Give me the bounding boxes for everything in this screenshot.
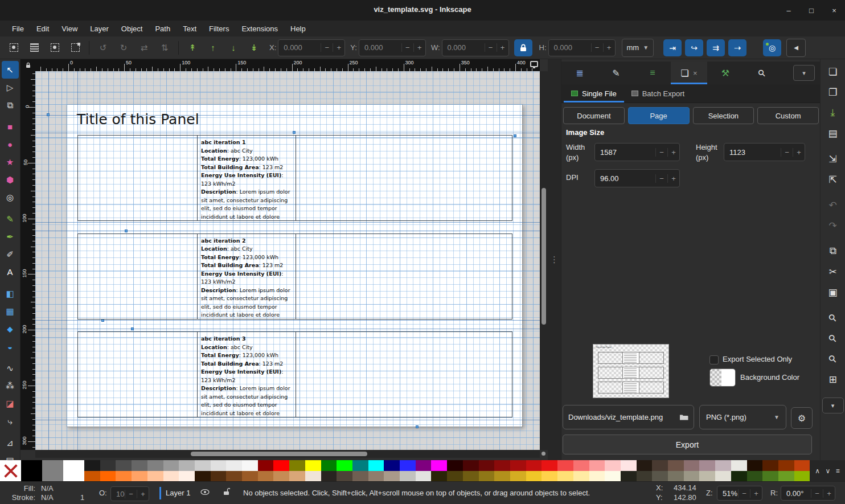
- palette-swatch[interactable]: [211, 460, 227, 471]
- duplicate-button[interactable]: ⧉: [822, 241, 844, 261]
- save-document-button[interactable]: ⤓: [822, 103, 844, 123]
- palette-swatch[interactable]: [794, 460, 810, 471]
- palette-swatch[interactable]: [195, 460, 211, 471]
- redo-button[interactable]: ↷: [822, 215, 844, 236]
- menu-path[interactable]: Path: [149, 22, 177, 35]
- guide-horizontal[interactable]: [35, 420, 540, 420]
- menu-view[interactable]: View: [55, 22, 84, 35]
- stroke-value[interactable]: N/A: [41, 493, 54, 502]
- menu-extensions[interactable]: Extensions: [235, 22, 284, 35]
- tool-connector[interactable]: ⤷: [2, 412, 19, 430]
- x-spinbox[interactable]: 0.000−+: [278, 39, 345, 56]
- palette-swatch[interactable]: [289, 460, 305, 471]
- palette-swatch[interactable]: [542, 471, 557, 482]
- fill-value[interactable]: N/A: [41, 484, 54, 493]
- palette-scroll-down-icon[interactable]: ∨: [825, 467, 830, 475]
- cut-button[interactable]: ✂: [822, 261, 844, 282]
- palette-swatch[interactable]: [352, 471, 368, 482]
- spin-plus-button[interactable]: +: [667, 174, 679, 183]
- spin-plus-button[interactable]: +: [750, 489, 762, 498]
- area-page-button[interactable]: Page: [628, 107, 690, 124]
- palette-swatch[interactable]: [699, 471, 715, 482]
- tool-rectangle[interactable]: ■: [2, 118, 19, 136]
- paste-button[interactable]: ▣: [822, 282, 844, 302]
- palette-swatch[interactable]: [731, 471, 747, 482]
- guide-horizontal[interactable]: [35, 329, 540, 329]
- spin-plus-button[interactable]: +: [793, 148, 805, 157]
- scale-stroke-toggle[interactable]: ⇥: [663, 39, 682, 56]
- palette-swatch[interactable]: [21, 460, 42, 481]
- export-dialog-tab[interactable]: ❏×: [671, 62, 707, 84]
- palette-swatch[interactable]: [321, 460, 337, 471]
- guide-horizontal[interactable]: [35, 133, 540, 133]
- palette-swatch[interactable]: [132, 460, 147, 471]
- palette-swatch[interactable]: [384, 471, 400, 482]
- move-patterns-toggle[interactable]: ⇢: [728, 39, 746, 56]
- spin-minus-button[interactable]: −: [655, 148, 667, 157]
- find-dialog-tab[interactable]: ⚲: [744, 62, 780, 84]
- dpi-spinbox[interactable]: 96.00−+: [594, 169, 680, 187]
- palette-swatch[interactable]: [431, 460, 447, 471]
- quick-zoom-button[interactable]: [542, 452, 545, 456]
- palette-swatch[interactable]: [273, 471, 289, 482]
- maximize-icon[interactable]: □: [806, 6, 817, 15]
- palette-swatch[interactable]: [337, 460, 352, 471]
- width-spinbox[interactable]: 1587−+: [594, 143, 680, 161]
- horizontal-scrollbar-thumb[interactable]: [191, 452, 367, 456]
- palette-swatch[interactable]: [605, 471, 621, 482]
- menu-help[interactable]: Help: [284, 22, 312, 35]
- ruler-corner[interactable]: [20, 59, 35, 71]
- palette-swatch[interactable]: [668, 471, 684, 482]
- spin-minus-button[interactable]: −: [655, 174, 667, 183]
- palette-swatch[interactable]: [147, 471, 163, 482]
- spin-minus-button[interactable]: −: [781, 148, 793, 157]
- palette-swatch[interactable]: [494, 471, 510, 482]
- new-document-button[interactable]: ❏: [822, 62, 844, 82]
- palette-swatch[interactable]: [337, 471, 352, 482]
- export-filename-button[interactable]: Downloads/viz_template.png: [563, 405, 694, 429]
- tool-eraser[interactable]: ◪: [2, 395, 19, 412]
- horizontal-scrollbar[interactable]: [35, 450, 540, 458]
- palette-swatch[interactable]: [684, 460, 700, 471]
- palette-swatch[interactable]: [163, 471, 179, 482]
- palette-swatch[interactable]: [715, 460, 731, 471]
- menu-edit[interactable]: Edit: [30, 22, 55, 35]
- palette-swatch[interactable]: [494, 460, 510, 471]
- area-custom-button[interactable]: Custom: [757, 107, 819, 124]
- tool-tweak[interactable]: ∿: [2, 359, 19, 377]
- palette-swatch[interactable]: [510, 471, 526, 482]
- area-document-button[interactable]: Document: [563, 107, 625, 124]
- selection-box-button[interactable]: [66, 39, 84, 56]
- tool-gradient[interactable]: ◧: [2, 285, 19, 302]
- palette-swatch[interactable]: [416, 460, 432, 471]
- menu-object[interactable]: Object: [115, 22, 149, 35]
- palette-swatch[interactable]: [116, 471, 132, 482]
- palette-swatch[interactable]: [289, 471, 305, 482]
- spin-plus-button[interactable]: +: [667, 148, 679, 157]
- tool-node-editor[interactable]: ▷: [2, 79, 19, 96]
- palette-swatch[interactable]: [637, 471, 653, 482]
- palette-swatch[interactable]: [416, 471, 432, 482]
- palette-swatch[interactable]: [447, 471, 463, 482]
- palette-swatch[interactable]: [762, 471, 778, 482]
- background-color-swatch[interactable]: [709, 368, 736, 387]
- spin-plus-button[interactable]: +: [333, 43, 344, 52]
- tool-pencil[interactable]: ✎: [2, 210, 19, 228]
- undo-button[interactable]: ↶: [822, 195, 844, 215]
- layers-dialog-tab[interactable]: ≣: [561, 62, 598, 84]
- command-bar-more-button[interactable]: ▾: [822, 398, 844, 413]
- spin-plus-button[interactable]: +: [603, 43, 615, 52]
- menu-file[interactable]: File: [6, 22, 30, 35]
- vertical-ruler[interactable]: 050100150200250300: [20, 71, 35, 450]
- vertical-scrollbar-thumb[interactable]: [542, 188, 546, 325]
- palette-swatch[interactable]: [778, 460, 794, 471]
- export-format-dropdown[interactable]: PNG (*.png) ▼: [699, 405, 786, 429]
- close-icon[interactable]: ×: [829, 6, 839, 15]
- palette-swatch[interactable]: [747, 460, 763, 471]
- palette-swatch[interactable]: [368, 460, 384, 471]
- select-all-layers-button[interactable]: [25, 39, 43, 56]
- palette-swatch[interactable]: [116, 460, 132, 471]
- palette-swatch[interactable]: [132, 471, 147, 482]
- spin-minus-button[interactable]: −: [125, 490, 137, 498]
- palette-swatch[interactable]: [226, 471, 242, 482]
